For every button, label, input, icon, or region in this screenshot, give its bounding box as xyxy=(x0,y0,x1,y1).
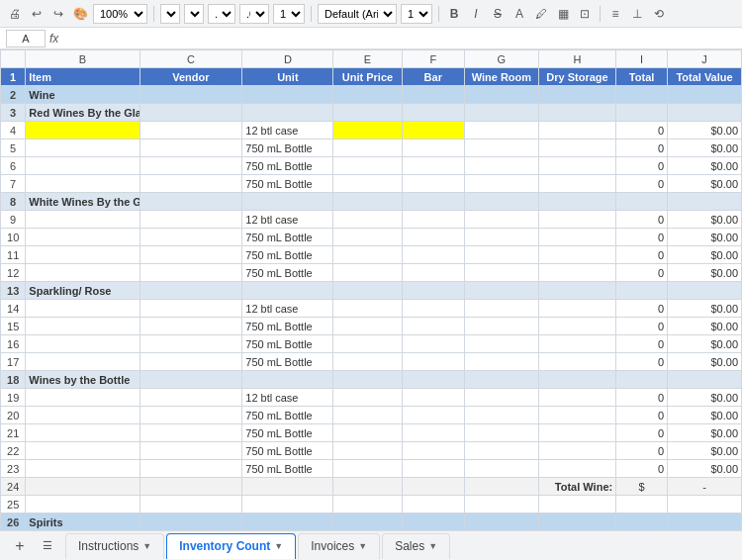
col-h-header[interactable]: H xyxy=(538,50,615,68)
red-wine-storage-1[interactable] xyxy=(538,122,615,140)
font-color-icon[interactable]: A xyxy=(510,5,528,23)
strikethrough-icon[interactable]: S xyxy=(489,5,507,23)
total-wine-value: - xyxy=(668,478,742,496)
toolbar: 🖨 ↩ ↪ 🎨 100% $ % .0 .00 123 Default (Ari… xyxy=(0,0,742,28)
red-wine-bar-1[interactable] xyxy=(402,122,464,140)
italic-icon[interactable]: I xyxy=(467,5,485,23)
red-wine-unit-2[interactable]: 750 mL Bottle xyxy=(242,140,333,157)
percent-select[interactable]: % xyxy=(184,4,204,24)
wine-room-header[interactable]: Wine Room xyxy=(464,68,538,86)
paint-format-icon[interactable]: 🎨 xyxy=(71,5,89,23)
currency-select[interactable]: $ xyxy=(160,4,180,24)
merge-icon[interactable]: ⊡ xyxy=(576,5,594,23)
wine-label[interactable]: Wine xyxy=(26,86,139,104)
sheet-table: B C D E F G H I J 1 Item Vendor Unit Uni… xyxy=(0,49,742,530)
spreadsheet-area: B C D E F G H I J 1 Item Vendor Unit Uni… xyxy=(0,49,742,530)
row-11-header: 11 xyxy=(1,246,26,264)
white-wine-row-1: 9 12 btl case 0 $0.00 xyxy=(1,211,742,229)
cell-reference[interactable] xyxy=(6,30,46,47)
wbb-row-2: 20 750 mL Bottle 0 $0.00 xyxy=(1,407,742,424)
red-wines-label[interactable]: Red Wines By the Glass xyxy=(26,104,139,122)
col-d-header[interactable]: D xyxy=(242,50,333,68)
font-size-select[interactable]: 10 xyxy=(401,4,432,24)
red-wine-total-2[interactable]: 0 xyxy=(616,140,668,157)
red-wine-wineroom-1[interactable] xyxy=(464,122,538,140)
tab-sales[interactable]: Sales ▼ xyxy=(382,533,450,559)
red-wine-price-1[interactable] xyxy=(333,122,402,140)
table-header-row: 1 Item Vendor Unit Unit Price Bar Wine R… xyxy=(1,68,742,86)
red-wine-total-1[interactable]: 0 xyxy=(616,122,668,140)
red-wine-bar-2[interactable] xyxy=(402,140,464,157)
separator xyxy=(153,6,154,22)
bold-icon[interactable]: B xyxy=(445,5,463,23)
print-icon[interactable]: 🖨 xyxy=(6,5,24,23)
row-2-header: 2 xyxy=(1,86,26,104)
red-wine-row-2: 5 750 mL Bottle 0 $0.00 xyxy=(1,140,742,157)
total-value-header[interactable]: Total Value xyxy=(668,68,742,86)
col-i-header[interactable]: I xyxy=(616,50,668,68)
wines-bottle-label[interactable]: Wines by the Bottle xyxy=(26,371,139,389)
red-wine-item-2[interactable] xyxy=(26,140,139,157)
tab-instructions[interactable]: Instructions ▼ xyxy=(65,533,164,559)
wine-category-row: 2 Wine xyxy=(1,86,742,104)
tab-inventory-label: Inventory Count xyxy=(179,539,270,553)
spirits-label[interactable]: Spirits xyxy=(26,513,139,531)
red-wine-value-2[interactable]: $0.00 xyxy=(668,140,742,157)
red-wine-unit-1[interactable]: 12 btl case xyxy=(242,122,333,140)
total-header[interactable]: Total xyxy=(616,68,668,86)
tab-invoices-chevron: ▼ xyxy=(358,541,367,551)
unit-r7[interactable]: 750 mL Bottle xyxy=(242,175,333,193)
vendor-header[interactable]: Vendor xyxy=(139,68,242,86)
row-20-header: 20 xyxy=(1,407,26,424)
bar-header[interactable]: Bar xyxy=(402,68,464,86)
sparkling-label[interactable]: Sparkling/ Rose xyxy=(26,282,139,300)
undo-icon[interactable]: ↩ xyxy=(28,5,46,23)
zoom-select[interactable]: 100% xyxy=(93,4,147,24)
unit-r6[interactable]: 750 mL Bottle xyxy=(242,157,333,175)
font-select[interactable]: Default (Ari...) xyxy=(318,4,397,24)
decimal2-select[interactable]: .00 xyxy=(239,4,269,24)
dry-storage-header[interactable]: Dry Storage xyxy=(538,68,615,86)
col-f-header[interactable]: F xyxy=(402,50,464,68)
col-b-header[interactable]: B xyxy=(26,50,139,68)
add-sheet-button[interactable]: + xyxy=(8,534,32,558)
spirits-row: 26 Spirits xyxy=(1,513,742,531)
col-c-header[interactable]: C xyxy=(139,50,242,68)
wbb-row-4: 22 750 mL Bottle 0 $0.00 xyxy=(1,442,742,460)
row-10-header: 10 xyxy=(1,229,26,246)
red-wine-vendor-1[interactable] xyxy=(139,122,242,140)
col-j-header[interactable]: J xyxy=(668,50,742,68)
unit-price-header[interactable]: Unit Price xyxy=(333,68,402,86)
borders-icon[interactable]: ▦ xyxy=(554,5,572,23)
total-wine-label: Total Wine: xyxy=(538,478,615,496)
tab-sales-label: Sales xyxy=(395,539,424,553)
sheet-list-icon[interactable]: ☰ xyxy=(38,536,57,556)
text-rotate-icon[interactable]: ⟲ xyxy=(650,5,668,23)
valign-icon[interactable]: ⊥ xyxy=(628,5,646,23)
highlight-color-icon[interactable]: 🖊 xyxy=(532,5,550,23)
col-e-header[interactable]: E xyxy=(333,50,402,68)
fx-label: fx xyxy=(49,32,58,46)
number-format-select[interactable]: 123 xyxy=(273,4,305,24)
white-wine-row-3: 11 750 mL Bottle 0 $0.00 xyxy=(1,246,742,264)
red-wine-vendor-2[interactable] xyxy=(139,140,242,157)
tab-instructions-label: Instructions xyxy=(78,539,139,553)
item-header[interactable]: Item xyxy=(26,68,139,86)
red-wine-value-1[interactable]: $0.00 xyxy=(668,122,742,140)
col-headers-row: B C D E F G H I J xyxy=(1,50,742,68)
tab-invoices[interactable]: Invoices ▼ xyxy=(298,533,380,559)
red-wine-row-1: 4 12 btl case 0 $0.00 xyxy=(1,122,742,140)
decimal0-select[interactable]: .0 xyxy=(208,4,235,24)
unit-header[interactable]: Unit xyxy=(242,68,333,86)
red-wine-wineroom-2[interactable] xyxy=(464,140,538,157)
sparkling-row-1: 14 12 btl case 0 $0.00 xyxy=(1,300,742,318)
white-wines-label[interactable]: White Wines By the Glass xyxy=(26,193,139,211)
col-g-header[interactable]: G xyxy=(464,50,538,68)
red-wine-storage-2[interactable] xyxy=(538,140,615,157)
tab-inventory-count[interactable]: Inventory Count ▼ xyxy=(166,533,296,559)
red-wine-item-1[interactable] xyxy=(26,122,139,140)
redo-icon[interactable]: ↪ xyxy=(49,5,67,23)
align-icon[interactable]: ≡ xyxy=(606,5,624,23)
red-wine-price-2[interactable] xyxy=(333,140,402,157)
empty-row-25: 25 xyxy=(1,496,742,513)
